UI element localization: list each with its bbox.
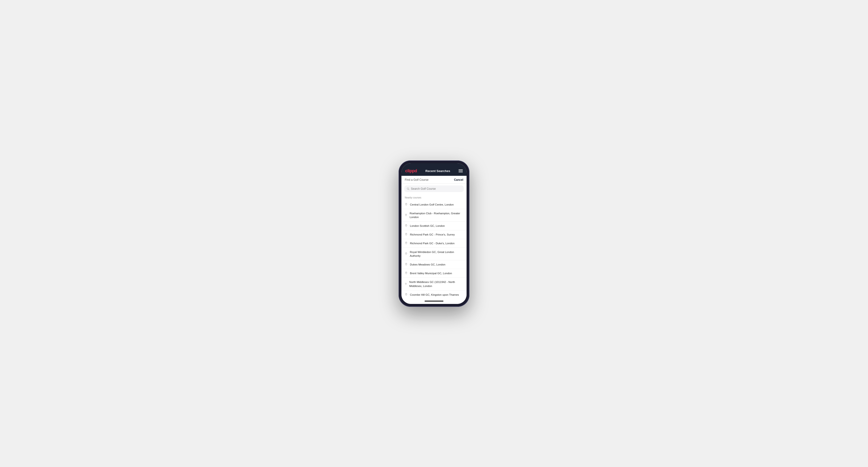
svg-point-9 (406, 273, 407, 273)
location-pin-icon (405, 224, 408, 227)
course-name: Brent Valley Municipal GC, London (410, 271, 452, 275)
list-item[interactable]: Dukes Meadows GC, London (401, 260, 467, 269)
location-pin-icon (405, 233, 408, 236)
svg-point-2 (406, 204, 407, 205)
course-name: Richmond Park GC - Prince's, Surrey (410, 233, 455, 237)
course-name: Royal Wimbledon GC, Great London Authori… (410, 250, 463, 258)
course-name: Richmond Park GC - Duke's, London (410, 241, 455, 245)
svg-point-7 (406, 253, 406, 254)
cancel-button[interactable]: Cancel (454, 178, 463, 182)
courses-list: Nearby courses Central London Golf Centr… (401, 194, 467, 299)
location-pin-icon (405, 252, 408, 255)
location-pin-icon (405, 242, 408, 245)
list-item[interactable]: Roehampton Club - Roehampton, Greater Lo… (401, 209, 467, 222)
svg-point-11 (406, 294, 407, 294)
location-pin-icon (405, 214, 407, 217)
phone-device: clippd Recent Searches Find a Golf Cours… (399, 160, 469, 307)
course-name: Central London Golf Centre, London (410, 203, 454, 207)
list-item[interactable]: Richmond Park GC - Prince's, Surrey (401, 230, 467, 239)
svg-point-8 (406, 264, 407, 264)
list-item[interactable]: Royal Wimbledon GC, Great London Authori… (401, 248, 467, 260)
list-item[interactable]: North Middlesex GC (1011942 - North Midd… (401, 278, 467, 290)
find-label: Find a Golf Course (405, 178, 429, 182)
course-name: Dukes Meadows GC, London (410, 262, 445, 267)
svg-point-10 (406, 283, 406, 284)
list-item[interactable]: London Scottish GC, London (401, 222, 467, 230)
nav-bar: clippd Recent Searches (401, 166, 467, 176)
search-input[interactable] (411, 187, 461, 190)
home-bar (425, 301, 443, 302)
svg-point-6 (406, 242, 407, 243)
svg-point-5 (406, 234, 407, 234)
phone-screen: clippd Recent Searches Find a Golf Cours… (401, 163, 467, 304)
svg-point-4 (406, 225, 407, 226)
list-item[interactable]: Central London Golf Centre, London (401, 200, 467, 209)
svg-point-3 (406, 214, 406, 215)
search-box (404, 185, 464, 192)
location-pin-icon (405, 203, 408, 206)
find-bar: Find a Golf Course Cancel (401, 176, 467, 184)
course-name: Roehampton Club - Roehampton, Greater Lo… (410, 212, 463, 219)
search-container (401, 184, 467, 194)
status-bar (401, 163, 467, 166)
location-pin-icon (405, 263, 408, 266)
location-pin-icon (405, 293, 408, 297)
search-icon (407, 187, 409, 190)
hamburger-menu-icon[interactable] (459, 169, 463, 172)
course-name: North Middlesex GC (1011942 - North Midd… (409, 280, 463, 288)
location-pin-icon (405, 272, 408, 275)
nearby-courses-header: Nearby courses (401, 194, 467, 200)
nav-title: Recent Searches (426, 169, 450, 173)
location-pin-icon (405, 282, 407, 286)
home-indicator (401, 299, 467, 304)
app-logo: clippd (405, 168, 417, 174)
list-item[interactable]: Brent Valley Municipal GC, London (401, 269, 467, 278)
course-name: London Scottish GC, London (410, 224, 445, 228)
list-item[interactable]: Coombe Hill GC, Kingston upon Thames (401, 290, 467, 299)
course-name: Coombe Hill GC, Kingston upon Thames (410, 293, 459, 297)
list-item[interactable]: Richmond Park GC - Duke's, London (401, 239, 467, 248)
svg-line-1 (408, 189, 409, 190)
